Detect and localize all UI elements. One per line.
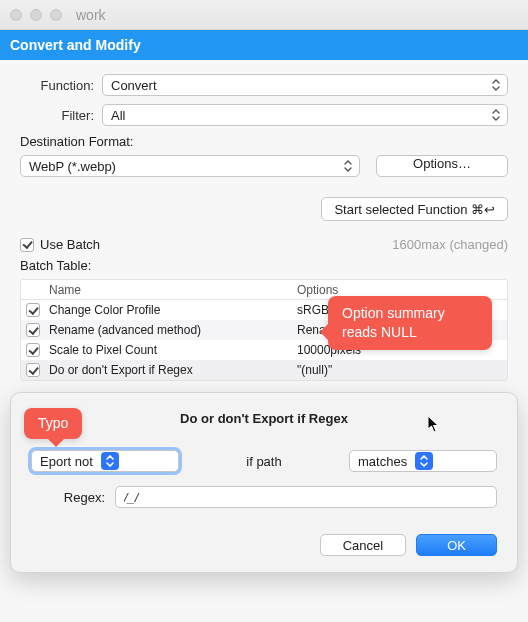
batch-status: 1600max (changed) <box>392 237 508 252</box>
filter-select-value: All <box>111 108 125 123</box>
use-batch-checkbox[interactable]: Use Batch <box>20 237 100 252</box>
row-name: Change Color Profile <box>45 303 297 317</box>
function-select-value: Convert <box>111 78 157 93</box>
use-batch-label: Use Batch <box>40 237 100 252</box>
row-name: Do or don't Export if Regex <box>45 363 297 377</box>
checkbox-icon[interactable] <box>26 323 40 337</box>
chevron-updown-icon <box>491 79 501 91</box>
export-mode-select[interactable]: Eport not <box>31 450 179 472</box>
options-button[interactable]: Options… <box>376 155 508 177</box>
filter-label: Filter: <box>20 108 102 123</box>
destination-format-value: WebP (*.webp) <box>29 159 116 174</box>
section-header: Convert and Modify <box>0 30 528 60</box>
close-window-button[interactable] <box>10 9 22 21</box>
match-mode-value: matches <box>358 454 407 469</box>
chevron-updown-icon <box>101 452 119 470</box>
window-title: work <box>76 7 106 23</box>
chevron-updown-icon <box>343 160 353 172</box>
cancel-button[interactable]: Cancel <box>320 534 406 556</box>
match-mode-select[interactable]: matches <box>349 450 497 472</box>
export-mode-value: Eport not <box>40 454 93 469</box>
window-titlebar: work <box>0 0 528 30</box>
chevron-updown-icon <box>491 109 501 121</box>
zoom-window-button[interactable] <box>50 9 62 21</box>
function-label: Function: <box>20 78 102 93</box>
dialog-title: Do or don't Export if Regex <box>31 411 497 426</box>
function-select[interactable]: Convert <box>102 74 508 96</box>
checkbox-icon[interactable] <box>26 343 40 357</box>
destination-format-select[interactable]: WebP (*.webp) <box>20 155 360 177</box>
table-row[interactable]: Do or don't Export if Regex "(null)" <box>21 360 507 380</box>
minimize-window-button[interactable] <box>30 9 42 21</box>
if-path-label: if path <box>197 454 331 469</box>
filter-select[interactable]: All <box>102 104 508 126</box>
row-name: Rename (advanced method) <box>45 323 297 337</box>
checkbox-icon <box>20 238 34 252</box>
checkbox-icon[interactable] <box>26 363 40 377</box>
traffic-lights <box>10 9 62 21</box>
ok-button[interactable]: OK <box>416 534 497 556</box>
chevron-updown-icon <box>415 452 433 470</box>
start-function-button[interactable]: Start selected Function ⌘↩︎ <box>321 197 508 221</box>
annotation-null-summary: Option summary reads NULL <box>328 296 492 350</box>
annotation-typo: Typo <box>24 408 82 439</box>
regex-dialog: Do or don't Export if Regex Eport not if… <box>10 392 518 573</box>
row-options: "(null)" <box>297 363 507 377</box>
destination-format-label: Destination Format: <box>20 134 508 149</box>
regex-label: Regex: <box>31 490 105 505</box>
checkbox-icon[interactable] <box>26 303 40 317</box>
column-name[interactable]: Name <box>45 283 297 297</box>
row-name: Scale to Pixel Count <box>45 343 297 357</box>
column-options[interactable]: Options <box>297 283 507 297</box>
batch-table-label: Batch Table: <box>20 258 508 273</box>
regex-input[interactable] <box>115 486 497 508</box>
